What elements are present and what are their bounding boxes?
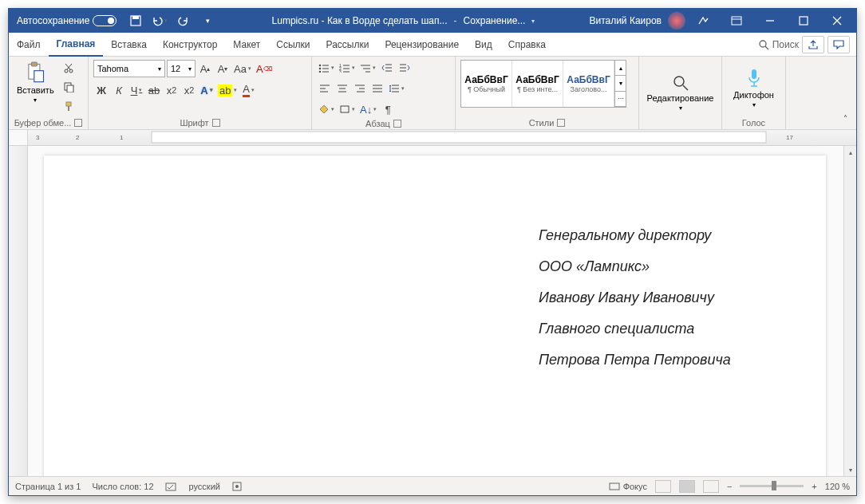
highlight-button[interactable]: ab: [216, 82, 239, 98]
group-font: Tahoma▾ 12▾ A▴ A▾ Aa A⌫ Ж К Ч ab x2 x2 A…: [89, 57, 312, 129]
language-status[interactable]: русский: [189, 482, 220, 491]
styles-gallery[interactable]: АаБбВвГ¶ Обычный АаБбВвГ¶ Без инте... Аа…: [460, 60, 626, 108]
undo-button[interactable]: [150, 11, 169, 30]
print-layout-button[interactable]: [679, 480, 695, 493]
sort-button[interactable]: A↓: [358, 101, 378, 117]
horizontal-ruler[interactable]: 321 123 456 789 101112 17: [28, 130, 856, 145]
tab-review[interactable]: Рецензирование: [377, 33, 467, 57]
web-layout-button[interactable]: [703, 480, 719, 493]
spellcheck-icon[interactable]: [165, 481, 178, 492]
cut-button[interactable]: [61, 60, 77, 76]
superscript-button[interactable]: x2: [181, 82, 197, 98]
autosave-control[interactable]: Автосохранение: [12, 15, 121, 26]
document-text[interactable]: Генеральному директору ООО «Лампикс» Ива…: [539, 227, 778, 368]
tab-home[interactable]: Главная: [49, 33, 104, 57]
italic-button[interactable]: К: [111, 82, 127, 98]
maximize-button[interactable]: [788, 9, 820, 33]
read-mode-button[interactable]: [655, 480, 671, 493]
ribbon-display-button[interactable]: [721, 9, 752, 33]
tab-view[interactable]: Вид: [467, 33, 500, 57]
zoom-level[interactable]: 120 %: [825, 482, 850, 491]
titlebar-left: Автосохранение ▾: [12, 11, 217, 30]
style-no-spacing[interactable]: АаБбВвГ¶ Без инте...: [512, 61, 563, 107]
increase-indent-button[interactable]: [397, 60, 413, 76]
line-spacing-button[interactable]: [387, 81, 406, 96]
font-dialog-launcher[interactable]: [212, 119, 220, 127]
decrease-indent-button[interactable]: [379, 60, 395, 76]
svg-rect-81: [610, 483, 619, 490]
tab-file[interactable]: Файл: [9, 33, 49, 57]
tab-mailings[interactable]: Рассылки: [318, 33, 377, 57]
editing-button[interactable]: Редактирование ▾: [644, 73, 717, 113]
comments-button[interactable]: [827, 36, 850, 53]
doc-line-4[interactable]: Главного специалиста: [539, 321, 778, 337]
strike-button[interactable]: ab: [146, 82, 162, 98]
style-normal[interactable]: АаБбВвГ¶ Обычный: [461, 61, 512, 107]
font-color-button[interactable]: A: [240, 82, 256, 98]
copy-button[interactable]: [61, 79, 77, 95]
clear-format-button[interactable]: A⌫: [255, 61, 274, 77]
zoom-in-button[interactable]: +: [812, 482, 816, 491]
multilevel-button[interactable]: [358, 60, 377, 76]
clipboard-dialog-launcher[interactable]: [74, 119, 82, 127]
align-right-button[interactable]: [352, 81, 368, 96]
styles-dialog-launcher[interactable]: [557, 119, 565, 127]
page[interactable]: Генеральному директору ООО «Лампикс» Ива…: [44, 156, 826, 476]
save-icon[interactable]: [126, 11, 145, 30]
autosave-toggle[interactable]: [93, 15, 117, 26]
zoom-out-button[interactable]: −: [727, 482, 732, 491]
doc-line-2[interactable]: ООО «Лампикс»: [539, 258, 778, 275]
justify-button[interactable]: [369, 81, 385, 96]
scroll-down-button[interactable]: ▾: [844, 463, 856, 476]
align-left-button[interactable]: [317, 81, 333, 96]
spell-error[interactable]: Лампикс: [584, 258, 642, 274]
page-scroll[interactable]: Генеральному директору ООО «Лампикс» Ива…: [28, 146, 843, 476]
focus-mode[interactable]: Фокус: [609, 482, 647, 491]
tab-design[interactable]: Конструктор: [155, 33, 225, 57]
shading-button[interactable]: [317, 101, 336, 117]
bullets-button[interactable]: [317, 60, 336, 76]
doc-line-3[interactable]: Иванову Ивану Ивановичу: [539, 289, 778, 306]
show-marks-button[interactable]: ¶: [380, 101, 396, 117]
shrink-font-button[interactable]: A▾: [215, 61, 231, 77]
qat-customize[interactable]: ▾: [198, 11, 217, 30]
underline-button[interactable]: Ч: [128, 82, 144, 98]
bold-button[interactable]: Ж: [93, 82, 109, 98]
macro-icon[interactable]: [231, 481, 243, 492]
text-effects-button[interactable]: A: [199, 82, 215, 98]
paste-button[interactable]: Вставить ▾: [14, 60, 57, 105]
tab-insert[interactable]: Вставка: [103, 33, 155, 57]
grow-font-button[interactable]: A▴: [197, 61, 213, 77]
doc-line-1[interactable]: Генеральному директору: [539, 227, 778, 244]
vertical-ruler[interactable]: [9, 146, 28, 476]
redo-button[interactable]: [174, 11, 193, 30]
align-center-button[interactable]: [334, 81, 350, 96]
scroll-up-button[interactable]: ▴: [844, 146, 856, 159]
tab-references[interactable]: Ссылки: [268, 33, 318, 57]
minimize-button[interactable]: [754, 9, 786, 33]
page-status[interactable]: Страница 1 из 1: [15, 482, 81, 491]
tab-help[interactable]: Справка: [500, 33, 554, 57]
coming-soon-icon[interactable]: [687, 9, 719, 33]
font-name-combo[interactable]: Tahoma▾: [93, 60, 165, 77]
paragraph-dialog-launcher[interactable]: [393, 120, 401, 128]
numbering-button[interactable]: 123: [338, 60, 357, 76]
vertical-scrollbar[interactable]: ▴ ▾: [843, 146, 856, 476]
dictate-button[interactable]: Диктофон ▾: [730, 66, 777, 110]
borders-button[interactable]: [338, 101, 357, 117]
tab-layout[interactable]: Макет: [225, 33, 268, 57]
font-size-combo[interactable]: 12▾: [167, 60, 196, 77]
close-button[interactable]: [821, 9, 853, 33]
user-avatar[interactable]: [668, 12, 685, 30]
share-button[interactable]: [802, 36, 824, 53]
style-heading1[interactable]: АаБбВвГЗаголово...: [563, 61, 614, 107]
word-count[interactable]: Число слов: 12: [92, 482, 153, 491]
format-painter-button[interactable]: [61, 98, 77, 114]
change-case-button[interactable]: Aa: [232, 61, 253, 77]
zoom-slider[interactable]: [740, 485, 804, 487]
styles-gallery-nav[interactable]: ▴▾⋯: [614, 61, 626, 107]
collapse-ribbon-button[interactable]: ˄: [837, 110, 853, 126]
subscript-button[interactable]: x2: [164, 82, 180, 98]
doc-line-5[interactable]: Петрова Петра Петровича: [539, 352, 778, 368]
search-box[interactable]: Поиск: [758, 39, 799, 50]
